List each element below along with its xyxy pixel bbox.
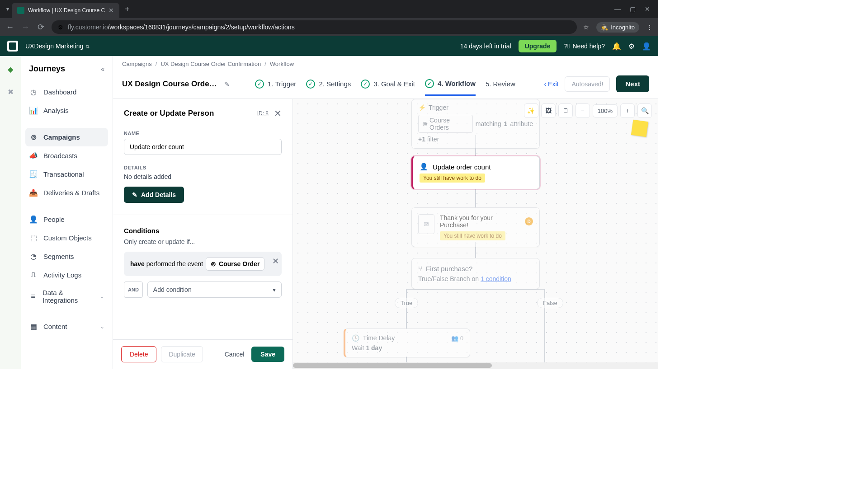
nav-broadcasts[interactable]: 📣Broadcasts	[21, 146, 113, 165]
nav-activity-logs[interactable]: ⎍Activity Logs	[21, 266, 113, 284]
address-bar[interactable]: ⚙ fly.customer.io/workspaces/160831/jour…	[52, 20, 577, 34]
image-icon[interactable]: 🖼	[541, 103, 556, 118]
nav-segments[interactable]: ◔Segments	[21, 247, 113, 266]
step-trigger[interactable]: 1. Trigger	[255, 79, 296, 89]
tab-dropdown-icon[interactable]: ▾	[4, 6, 12, 12]
people-icon: 👥	[451, 335, 458, 342]
edit-title-icon[interactable]: ✎	[224, 80, 230, 88]
branch-false-label: False	[537, 298, 563, 308]
close-panel-icon[interactable]: ✕	[274, 108, 282, 119]
step-settings[interactable]: 2. Settings	[306, 79, 351, 89]
rail-journeys-icon[interactable]: ◆	[5, 64, 15, 74]
nav-data-integrations[interactable]: ≡Data & Integrations⌄	[21, 284, 113, 309]
delete-button[interactable]: Delete	[121, 346, 156, 362]
next-button[interactable]: Next	[616, 75, 649, 92]
collapse-sidebar-icon[interactable]: «	[101, 66, 104, 73]
close-window-icon[interactable]: ✕	[645, 5, 650, 13]
maximize-icon[interactable]: ▢	[630, 5, 636, 13]
breadcrumb-campaigns[interactable]: Campaigns	[122, 61, 152, 67]
minimize-icon[interactable]: —	[614, 5, 621, 13]
note-icon[interactable]: 🗒	[558, 103, 573, 118]
node-trigger[interactable]: ⚡Trigger ⊚Course Orders matching 1 attri…	[411, 99, 540, 149]
panel-title: Create or Update Person	[124, 109, 257, 118]
work-todo-badge: You still have work to do	[440, 231, 505, 240]
panel-id-link[interactable]: ID: 8	[257, 110, 269, 117]
incognito-badge[interactable]: 🕵 Incognito	[596, 22, 639, 33]
node-update-person[interactable]: 👤Update order count You still have work …	[411, 156, 540, 189]
event-pill[interactable]: ⊚Course Order	[206, 257, 264, 271]
chevron-updown-icon: ⇅	[84, 44, 90, 49]
inbox-icon: 📥	[29, 188, 38, 197]
site-info-icon[interactable]: ⚙	[58, 24, 63, 31]
add-condition-select[interactable]: Add condition▾	[147, 282, 282, 298]
nav-deliveries[interactable]: 📥Deliveries & Drafts	[21, 183, 113, 202]
workspace-switcher[interactable]: UXDesign Marketing ⇅	[25, 42, 90, 50]
nav-transactional[interactable]: 🧾Transactional	[21, 165, 113, 183]
person-icon: 👤	[29, 215, 38, 224]
target-icon: ⊚	[29, 133, 38, 141]
nav-content[interactable]: ▦Content⌄	[21, 317, 113, 336]
sticky-note[interactable]	[631, 120, 648, 137]
help-icon: ?⃝	[564, 42, 570, 50]
step-workflow[interactable]: 4. Workflow	[425, 79, 476, 96]
details-empty-text: No details added	[124, 173, 282, 180]
close-tab-icon[interactable]: ✕	[108, 7, 114, 14]
remove-condition-icon[interactable]: ✕	[269, 256, 283, 266]
name-label: NAME	[124, 131, 282, 136]
back-icon[interactable]: ←	[5, 23, 14, 32]
cube-icon: ⬚	[29, 234, 38, 242]
tab-title: Workflow | UX Design Course C	[28, 7, 105, 14]
account-icon[interactable]: 👤	[642, 42, 651, 51]
nav-analysis[interactable]: 📊Analysis	[21, 101, 113, 120]
and-operator[interactable]: AND	[124, 282, 143, 298]
step-review[interactable]: 5. Review	[486, 79, 515, 89]
settings-icon[interactable]: ⚙	[628, 42, 635, 51]
node-branch[interactable]: ⑂First purchase? True/False Branch on 1 …	[411, 258, 540, 289]
nav-campaigns[interactable]: ⊚Campaigns	[25, 128, 108, 146]
reload-icon[interactable]: ⟳	[36, 22, 45, 32]
name-input[interactable]	[124, 139, 282, 155]
workflow-canvas[interactable]: ✨ 🖼 🗒 − 100% + 🔍 ⚡Trigger	[293, 99, 658, 369]
condition-link[interactable]: 1 condition	[481, 275, 511, 282]
condition-row[interactable]: have performed the event ⊚Course Order ✕	[124, 252, 282, 276]
exit-link[interactable]: ‹Exit	[544, 80, 558, 88]
nav-dashboard[interactable]: ◷Dashboard	[21, 83, 113, 101]
breadcrumb-campaign-name[interactable]: UX Design Course Order Confirmation	[160, 61, 261, 67]
bookmark-icon[interactable]: ☆	[583, 23, 589, 31]
search-icon[interactable]: 🔍	[637, 103, 652, 118]
duplicate-button[interactable]: Duplicate	[161, 346, 203, 362]
add-details-button[interactable]: ✎Add Details	[124, 187, 184, 203]
nav-custom-objects[interactable]: ⬚Custom Objects	[21, 229, 113, 247]
browser-tab[interactable]: Workflow | UX Design Course C ✕	[12, 3, 119, 18]
new-tab-button[interactable]: +	[119, 5, 135, 14]
forward-icon[interactable]: →	[21, 23, 30, 32]
sidebar-title: Journeys	[29, 64, 65, 74]
node-delay[interactable]: 🕒Time Delay👥0 Wait 1 day	[344, 328, 470, 357]
branch-icon: ⑂	[418, 265, 422, 272]
app-logo-icon[interactable]	[7, 41, 18, 52]
incognito-icon: 🕵	[601, 24, 608, 31]
rail-secondary-icon[interactable]: ✖	[5, 87, 15, 97]
browser-menu-icon[interactable]: ⋮	[646, 23, 653, 31]
horizontal-scrollbar[interactable]	[293, 362, 658, 369]
help-button[interactable]: ?⃝ Need help?	[564, 42, 605, 50]
upgrade-button[interactable]: Upgrade	[519, 40, 557, 52]
notifications-icon[interactable]: 🔔	[612, 42, 621, 51]
zoom-out-icon[interactable]: −	[576, 103, 590, 118]
sparkle-icon[interactable]: ✨	[524, 103, 538, 118]
save-button[interactable]: Save	[251, 347, 284, 362]
cancel-button[interactable]: Cancel	[222, 347, 247, 362]
browser-tab-bar: ▾ Workflow | UX Design Course C ✕ + — ▢ …	[0, 0, 658, 18]
node-email[interactable]: ✉ Thank you for your Purchase!D You stil…	[411, 207, 540, 247]
nav-people[interactable]: 👤People	[21, 210, 113, 229]
campaign-title: UX Design Course Order Confir...	[122, 80, 217, 89]
work-todo-badge: You still have work to do	[420, 174, 485, 183]
breadcrumb-workflow[interactable]: Workflow	[270, 61, 294, 67]
zoom-in-icon[interactable]: +	[620, 103, 635, 118]
conditions-subtitle: Only create or update if...	[124, 238, 282, 245]
canvas-toolbar: ✨ 🖼 🗒 − 100% + 🔍	[524, 103, 652, 118]
pie-icon: ◔	[29, 252, 38, 261]
step-goal[interactable]: 3. Goal & Exit	[361, 79, 415, 89]
email-thumb-icon: ✉	[418, 214, 434, 234]
zoom-level[interactable]: 100%	[593, 104, 618, 117]
